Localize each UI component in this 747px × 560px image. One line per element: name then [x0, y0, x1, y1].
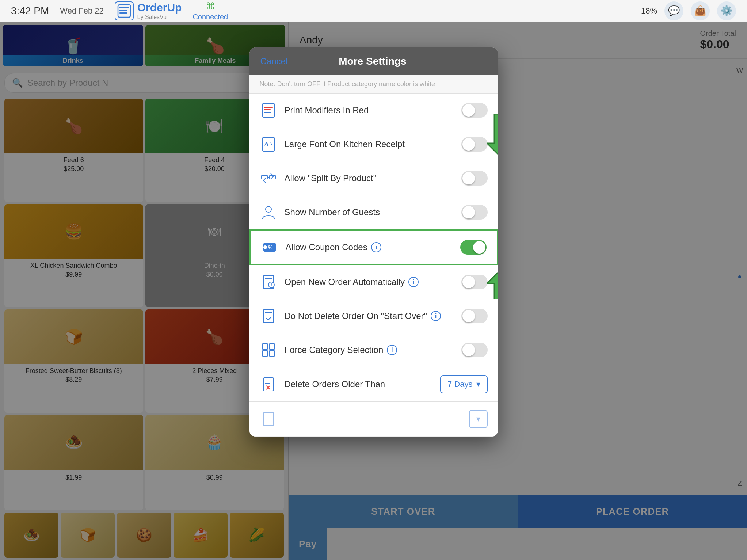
status-bar: 3:42 PM Wed Feb 22 OrderUp by SalesVu ⌘ …	[0, 0, 747, 22]
logo-name: OrderUp	[137, 1, 182, 14]
svg-point-17	[263, 245, 267, 249]
chat-button[interactable]: 💬	[664, 1, 683, 20]
receipt-red-icon	[260, 102, 277, 118]
last-partial-value: ▾	[476, 414, 480, 424]
svg-rect-21	[265, 281, 270, 281]
new-order-label: Open New Order Automatically i	[285, 277, 454, 287]
main-layout: 🥤 Drinks 🍗 Family Meals 🔍 Search by Prod…	[0, 22, 747, 560]
no-delete-info-icon[interactable]: i	[431, 311, 441, 321]
connected-text: Connected	[193, 13, 228, 21]
svg-rect-3	[119, 12, 127, 14]
logo-icon	[115, 1, 134, 20]
dropdown-chevron-icon: ▾	[476, 380, 480, 389]
order-check-icon	[260, 308, 277, 324]
green-arrow-down	[487, 114, 498, 165]
coupon-tag-icon: %	[262, 239, 278, 255]
svg-rect-11	[262, 175, 267, 179]
split-product-label: Allow "Split By Product"	[285, 173, 454, 183]
status-date: Wed Feb 22	[60, 6, 103, 16]
no-delete-toggle[interactable]	[461, 309, 488, 323]
last-partial-dropdown[interactable]: ▾	[469, 410, 488, 428]
wifi-icon: ⌘	[206, 1, 215, 12]
setting-row-guests: Show Number of Guests	[249, 195, 498, 229]
coupon-label: Allow Coupon Codes i	[286, 242, 453, 252]
order-x-icon	[260, 376, 277, 392]
split-product-icon	[260, 169, 277, 187]
delete-orders-value: 7 Days	[447, 380, 472, 389]
new-order-info-icon[interactable]: i	[408, 277, 419, 287]
setting-row-coupon: % Allow Coupon Codes i	[249, 229, 498, 265]
delete-orders-icon	[260, 376, 277, 393]
logo-area: OrderUp by SalesVu	[115, 1, 182, 20]
svg-rect-30	[269, 344, 275, 349]
svg-text:A: A	[264, 141, 269, 148]
svg-rect-6	[264, 109, 271, 110]
setting-row-force-category: Force Category Selection i	[249, 333, 498, 367]
coupon-info-icon[interactable]: i	[371, 242, 381, 252]
setting-row-split-product: Allow "Split By Product"	[249, 161, 498, 195]
large-font-icon: A A	[260, 136, 277, 153]
force-category-toggle[interactable]	[461, 343, 488, 357]
modal-header: Cancel More Settings	[249, 47, 498, 75]
new-order-toggle[interactable]	[461, 275, 488, 289]
coupon-toggle[interactable]	[460, 240, 487, 255]
svg-rect-33	[263, 378, 274, 391]
svg-rect-5	[264, 107, 273, 108]
no-delete-icon	[260, 307, 277, 325]
setting-row-delete-orders: Delete Orders Older Than 7 Days ▾	[249, 367, 498, 402]
logo-text: OrderUp by SalesVu	[137, 1, 182, 20]
svg-text:%: %	[268, 244, 273, 250]
guests-toggle[interactable]	[461, 205, 488, 220]
svg-rect-27	[265, 312, 272, 313]
setting-row-large-font: A A Large Font On Kitchen Receipt	[249, 127, 498, 161]
status-left: 3:42 PM Wed Feb 22 OrderUp by SalesVu ⌘ …	[11, 1, 228, 21]
guests-icon	[260, 203, 277, 221]
setting-row-last-partial: ▾	[249, 402, 498, 437]
setting-row-no-delete: Do Not Delete Order On "Start Over" i	[249, 299, 498, 333]
svg-rect-26	[263, 309, 274, 323]
svg-rect-38	[263, 412, 274, 426]
svg-point-15	[266, 206, 271, 212]
svg-rect-7	[264, 112, 271, 113]
wallet-button[interactable]: 👜	[691, 1, 710, 20]
svg-rect-29	[262, 344, 268, 349]
svg-rect-35	[265, 383, 270, 384]
force-category-icon	[260, 341, 277, 359]
status-right: 18% 💬 👜 ⚙️	[641, 1, 736, 20]
setting-row-print-modifiers: Print Modifiers In Red	[249, 94, 498, 127]
force-category-info-icon[interactable]: i	[387, 345, 397, 355]
order-clock-icon	[260, 274, 277, 290]
large-font-label: Large Font On Kitchen Receipt	[285, 139, 454, 149]
status-time: 3:42 PM	[11, 5, 49, 17]
svg-rect-32	[269, 351, 275, 356]
no-delete-label: Do Not Delete Order On "Start Over" i	[285, 311, 454, 321]
guests-label: Show Number of Guests	[285, 207, 454, 217]
modal-cancel-button[interactable]: Cancel	[260, 56, 288, 66]
grid-icon	[260, 342, 277, 358]
receipt-icon	[260, 411, 277, 427]
modal-title: More Settings	[287, 56, 457, 67]
svg-rect-28	[265, 315, 270, 315]
force-category-label: Force Category Selection i	[285, 345, 454, 355]
settings-button[interactable]: ⚙️	[717, 1, 736, 20]
split-product-toggle[interactable]	[461, 171, 488, 186]
person-icon	[260, 204, 277, 220]
large-font-toggle[interactable]	[461, 137, 488, 152]
svg-marker-14	[487, 114, 498, 165]
modal-overlay: Cancel More Settings Note: Don't turn OF…	[0, 22, 747, 560]
svg-rect-31	[262, 351, 268, 356]
new-order-icon	[260, 273, 277, 291]
svg-text:A: A	[269, 141, 272, 146]
connected-area: ⌘ Connected	[193, 1, 228, 21]
print-modifiers-toggle[interactable]	[461, 103, 488, 118]
print-modifiers-label: Print Modifiers In Red	[285, 105, 454, 115]
svg-rect-34	[265, 381, 272, 381]
print-modifiers-icon	[260, 102, 277, 119]
svg-rect-2	[119, 10, 127, 11]
orderup-logo-svg	[117, 4, 131, 18]
setting-row-new-order: Open New Order Automatically i	[249, 265, 498, 299]
svg-rect-1	[119, 7, 129, 8]
delete-orders-dropdown[interactable]: 7 Days ▾	[440, 375, 487, 393]
svg-rect-20	[265, 278, 272, 279]
more-settings-modal: Cancel More Settings Note: Don't turn OF…	[249, 47, 498, 437]
